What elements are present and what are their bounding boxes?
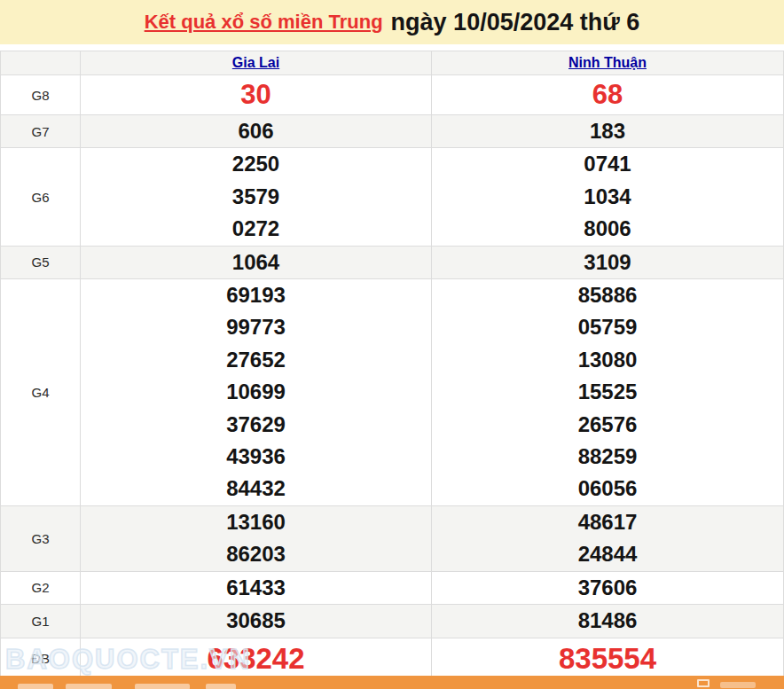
prize-number: 835554 [432, 638, 783, 679]
g1-ninh-thuan-numbers: 81486 [432, 605, 784, 638]
prize-label-g3: G3 [1, 505, 81, 571]
g2-gia-lai-numbers: 61433 [81, 571, 432, 604]
prize-number: 37606 [432, 572, 783, 604]
prize-number: 633242 [81, 638, 431, 679]
prize-number: 06056 [432, 473, 783, 505]
row-g4: G4 69193997732765210699376294393684432 8… [1, 279, 784, 506]
prize-label-db: ĐB [1, 638, 81, 679]
row-g5: G5 1064 3109 [1, 246, 784, 278]
prize-number: 24844 [432, 538, 783, 570]
db-ninh-thuan-numbers: 835554 [432, 638, 784, 679]
results-table: Gia Lai Ninh Thuận G8 30 68 G7 606 183 G… [0, 51, 784, 680]
prize-label-g7: G7 [1, 115, 81, 148]
column-link-ninh-thuan[interactable]: Ninh Thuận [568, 55, 647, 70]
prize-number: 68 [432, 75, 783, 114]
g4-ninh-thuan-numbers: 85886057591308015525265768825906056 [432, 279, 784, 506]
prize-number: 85886 [432, 279, 783, 311]
prize-number: 1034 [432, 181, 783, 213]
g8-gia-lai-numbers: 30 [81, 75, 432, 115]
page-header: Kết quả xổ số miền Trung ngày 10/05/2024… [0, 0, 784, 44]
g5-ninh-thuan-numbers: 3109 [432, 246, 784, 278]
prize-label-g2: G2 [1, 571, 81, 604]
prize-number: 43936 [81, 441, 431, 473]
prize-number: 69193 [81, 279, 431, 311]
lottery-results-page: Kết quả xổ số miền Trung ngày 10/05/2024… [0, 0, 784, 689]
prize-number: 61433 [81, 572, 431, 604]
footer-text-fragment [18, 684, 53, 689]
footer-text-fragment [206, 684, 236, 689]
draw-date-text: ngày 10/05/2024 thứ 6 [391, 9, 640, 36]
db-gia-lai-numbers: 633242 [81, 638, 432, 679]
footer-partial-icon [697, 679, 710, 687]
prize-number: 05759 [432, 311, 783, 343]
row-g3: G3 1316086203 4861724844 [1, 505, 784, 571]
footer-bar [0, 676, 784, 689]
prize-label-g8: G8 [1, 75, 81, 115]
prize-number: 81486 [432, 605, 783, 637]
prize-number: 84432 [81, 473, 431, 505]
footer-text-fragment [720, 682, 756, 688]
prize-number: 26576 [432, 409, 783, 441]
prize-label-g6: G6 [1, 148, 81, 246]
prize-label-g1: G1 [1, 605, 81, 638]
g7-gia-lai-numbers: 606 [81, 115, 432, 148]
column-link-gia-lai[interactable]: Gia Lai [232, 55, 279, 70]
prize-number: 10699 [81, 376, 431, 408]
footer-text-fragment [135, 684, 190, 689]
row-g7: G7 606 183 [1, 115, 784, 148]
prize-number: 1064 [81, 247, 431, 278]
g2-ninh-thuan-numbers: 37606 [432, 571, 784, 604]
row-db: ĐB 633242 835554 [1, 638, 784, 679]
prize-number: 99773 [81, 311, 431, 343]
g3-ninh-thuan-numbers: 4861724844 [432, 505, 784, 571]
g4-gia-lai-numbers: 69193997732765210699376294393684432 [81, 279, 432, 506]
prize-number: 606 [81, 115, 431, 147]
prize-number: 86203 [81, 538, 431, 570]
g6-ninh-thuan-numbers: 074110348006 [432, 148, 784, 246]
prize-label-g5: G5 [1, 246, 81, 278]
prize-number: 2250 [81, 148, 431, 180]
row-g2: G2 61433 37606 [1, 571, 784, 604]
g1-gia-lai-numbers: 30685 [81, 605, 432, 638]
prize-number: 0272 [81, 213, 431, 245]
prize-number: 30 [81, 75, 431, 114]
prize-number: 37629 [81, 409, 431, 441]
prize-number: 30685 [81, 605, 431, 637]
prize-number: 183 [432, 115, 783, 147]
prize-number: 8006 [432, 213, 783, 245]
prize-number: 13080 [432, 344, 783, 376]
prize-number: 13160 [81, 506, 431, 538]
row-g1: G1 30685 81486 [1, 605, 784, 638]
g8-ninh-thuan-numbers: 68 [432, 75, 784, 115]
prize-number: 3109 [432, 247, 783, 278]
g6-gia-lai-numbers: 225035790272 [81, 148, 432, 246]
table-header-row: Gia Lai Ninh Thuận [1, 51, 784, 75]
prize-number: 15525 [432, 376, 783, 408]
row-g8: G8 30 68 [1, 75, 784, 115]
prize-number: 88259 [432, 441, 783, 473]
g3-gia-lai-numbers: 1316086203 [81, 505, 432, 571]
prize-number: 0741 [432, 148, 783, 180]
prize-label-g4: G4 [1, 279, 81, 506]
footer-text-fragment [66, 684, 112, 689]
prize-number: 27652 [81, 344, 431, 376]
g5-gia-lai-numbers: 1064 [81, 246, 432, 278]
g7-ninh-thuan-numbers: 183 [432, 115, 784, 148]
region-results-link[interactable]: Kết quả xổ số miền Trung [145, 11, 383, 34]
prize-number: 48617 [432, 506, 783, 538]
corner-cell [1, 51, 81, 75]
row-g6: G6 225035790272 074110348006 [1, 148, 784, 246]
prize-number: 3579 [81, 181, 431, 213]
